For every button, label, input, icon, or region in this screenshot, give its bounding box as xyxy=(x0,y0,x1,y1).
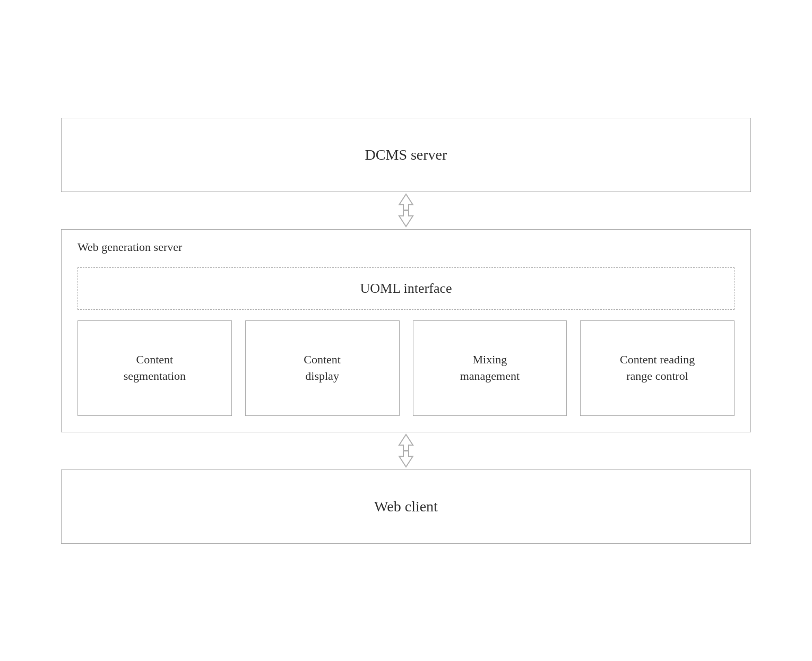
web-client-label: Web client xyxy=(374,498,438,515)
content-reading-range-label: Content readingrange control xyxy=(620,352,695,385)
svg-marker-1 xyxy=(399,211,413,227)
web-generation-server-box: Web generation server UOML interface Con… xyxy=(61,229,751,432)
arrow-dcms-webgen xyxy=(393,192,419,229)
svg-marker-0 xyxy=(399,194,413,210)
content-reading-range-box: Content readingrange control xyxy=(580,320,735,416)
mixing-management-label: Mixingmanagement xyxy=(460,352,520,385)
content-segmentation-label: Contentsegmentation xyxy=(124,352,186,385)
uoml-interface-label: UOML interface xyxy=(360,281,452,297)
dcms-server-label: DCMS server xyxy=(365,146,447,163)
svg-marker-2 xyxy=(399,434,413,450)
double-arrow-icon xyxy=(393,193,419,228)
arrow-webgen-webclient xyxy=(393,432,419,469)
double-arrow-icon-2 xyxy=(393,433,419,468)
web-client-box: Web client xyxy=(61,469,751,544)
dcms-server-box: DCMS server xyxy=(61,118,751,192)
content-display-label: Contentdisplay xyxy=(304,352,341,385)
content-segmentation-box: Contentsegmentation xyxy=(77,320,232,416)
web-generation-server-label: Web generation server xyxy=(77,240,735,254)
uoml-interface-box: UOML interface xyxy=(77,267,735,310)
mixing-management-box: Mixingmanagement xyxy=(413,320,567,416)
svg-marker-3 xyxy=(399,451,413,467)
main-diagram: DCMS server Web generation server UOML i… xyxy=(61,118,751,544)
content-display-box: Contentdisplay xyxy=(245,320,400,416)
components-row: Contentsegmentation Contentdisplay Mixin… xyxy=(77,320,735,416)
